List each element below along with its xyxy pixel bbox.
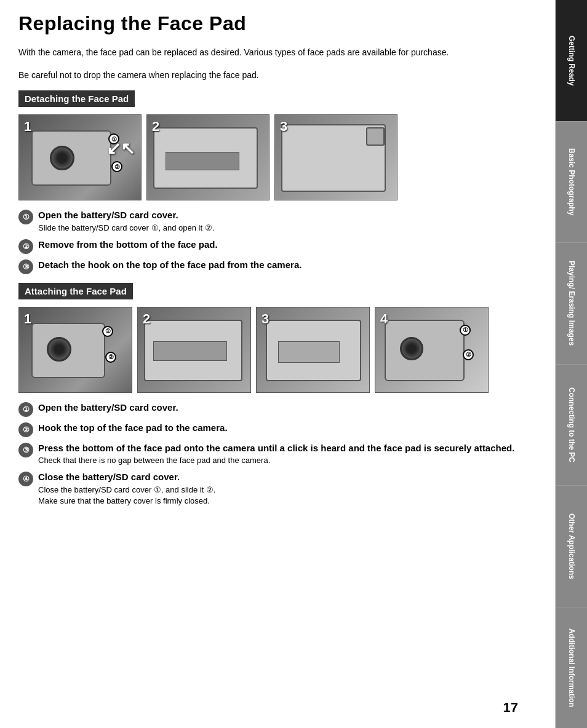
- attach-step-4-sub: Close the battery/SD card cover ①, and s…: [38, 485, 537, 507]
- detach-step-2-bold: Remove from the bottom of the face pad.: [38, 239, 537, 251]
- attach-cam1-lens: [47, 337, 71, 362]
- sidebar-tab-other-applications-label: Other Applications: [567, 513, 576, 579]
- detach-step-3-text: Detach the hook on the top of the face p…: [38, 259, 537, 271]
- attach-section-header: Attaching the Face Pad: [18, 283, 133, 299]
- attach-image-2: 2: [137, 307, 251, 393]
- sidebar: Getting Ready Basic Photography Playing/…: [555, 0, 587, 728]
- sidebar-tab-additional-info[interactable]: Additional Information: [556, 607, 587, 729]
- attach-step-1-bold: Open the battery/SD card cover.: [38, 402, 537, 414]
- attach-img4-sim: ① ②: [375, 307, 488, 392]
- attach-img4-stepnum: 4: [380, 311, 388, 327]
- attach-step-2: ② Hook the top of the face pad to the ca…: [18, 422, 537, 437]
- attach-steps: ① Open the battery/SD card cover. ② Hook…: [18, 402, 537, 507]
- attach-step-2-bold: Hook the top of the face pad to the came…: [38, 422, 537, 434]
- page-number: 17: [503, 700, 518, 716]
- detach-step-3: ③ Detach the hook on the top of the face…: [18, 259, 537, 274]
- sidebar-tab-basic-photography[interactable]: Basic Photography: [556, 122, 587, 243]
- cam2-slot: [166, 152, 239, 170]
- detach-section: Detaching the Face Pad 1 ① ② ↙↖ 2: [18, 90, 537, 274]
- intro-para-1: With the camera, the face pad can be rep…: [18, 46, 537, 59]
- attach-img1-sim: ① ②: [19, 307, 132, 392]
- attach-cam3-slot: [278, 341, 340, 363]
- attach-images-row: 1 ① ② 2 3: [18, 307, 537, 393]
- detach-images-row: 1 ① ② ↙↖ 2 3: [18, 114, 537, 200]
- sidebar-tab-other-applications[interactable]: Other Applications: [556, 486, 587, 607]
- attach-circle-1: ①: [102, 326, 113, 337]
- sidebar-tab-playing-erasing-label: Playing/ Erasing Images: [567, 261, 576, 346]
- attach-step-4-bold: Close the battery/SD card cover.: [38, 471, 537, 483]
- detach-img1-stepnum: 1: [24, 119, 31, 135]
- detach-step-2-text: Remove from the bottom of the face pad.: [38, 239, 537, 251]
- detach-step-1: ① Open the battery/SD card cover. Slide …: [18, 209, 537, 234]
- attach-step-4-text: Close the battery/SD card cover. Close t…: [38, 471, 537, 507]
- detach-step-1-bold: Open the battery/SD card cover.: [38, 209, 537, 221]
- main-content: Replacing the Face Pad With the camera, …: [0, 0, 555, 728]
- attach-step-2-text: Hook the top of the face pad to the came…: [38, 422, 537, 434]
- detach-step-2: ② Remove from the bottom of the face pad…: [18, 239, 537, 254]
- attach-step-1-circle: ①: [18, 402, 33, 417]
- sidebar-tab-connecting-pc-label: Connecting to the PC: [567, 387, 576, 462]
- detach-img2-stepnum: 2: [152, 119, 159, 135]
- attach-img3-sim: [257, 307, 369, 392]
- attach-cam4-body: [385, 320, 465, 381]
- circle-1: ①: [108, 133, 119, 144]
- attach4-circle-1: ①: [460, 325, 471, 336]
- page-title: Replacing the Face Pad: [18, 12, 537, 35]
- detach-steps: ① Open the battery/SD card cover. Slide …: [18, 209, 537, 274]
- attach-image-4: 4 ① ②: [375, 307, 489, 393]
- cam-lens: [50, 146, 74, 170]
- detach-step-1-sub: Slide the battery/SD card cover ①, and o…: [38, 223, 537, 234]
- attach-step-1-text: Open the battery/SD card cover.: [38, 402, 537, 414]
- detach-img1-sim: ① ② ↙↖: [19, 115, 141, 200]
- attach-step-3: ③ Press the bottom of the face pad onto …: [18, 442, 537, 467]
- attach-step-2-circle: ②: [18, 422, 33, 437]
- detach-img2-sim: [147, 115, 269, 200]
- attach-img3-stepnum: 3: [262, 311, 269, 327]
- sidebar-tab-connecting-pc[interactable]: Connecting to the PC: [556, 365, 587, 486]
- attach-image-3: 3: [256, 307, 370, 393]
- circle-2: ②: [111, 161, 122, 172]
- attach-circle-2: ②: [105, 352, 116, 363]
- detach-step-1-circle: ①: [18, 210, 33, 224]
- attach-img1-stepnum: 1: [24, 311, 31, 327]
- sidebar-tab-getting-ready-label: Getting Ready: [567, 36, 576, 85]
- attach-img2-sim: [138, 307, 250, 392]
- detach-step-1-text: Open the battery/SD card cover. Slide th…: [38, 209, 537, 234]
- attach-section: Attaching the Face Pad 1 ① ② 2: [18, 283, 537, 507]
- detach-section-header: Detaching the Face Pad: [18, 90, 135, 107]
- attach-step-1: ① Open the battery/SD card cover.: [18, 402, 537, 417]
- attach-step-4-circle: ④: [18, 472, 33, 486]
- detach-image-2: 2: [146, 114, 270, 200]
- detach-step-3-circle: ③: [18, 259, 33, 274]
- detach-img3-stepnum: 3: [280, 119, 287, 135]
- attach-cam2-pad: [153, 341, 227, 361]
- attach-step-3-text: Press the bottom of the face pad onto th…: [38, 442, 537, 467]
- intro-para-2: Be careful not to drop the camera when r…: [18, 69, 537, 82]
- detach-step-3-bold: Detach the hook on the top of the face p…: [38, 259, 537, 271]
- attach-img2-stepnum: 2: [143, 311, 150, 327]
- attach-cam4-lens: [400, 337, 423, 360]
- cam3-hook: [366, 127, 385, 146]
- detach-step-2-circle: ②: [18, 239, 33, 254]
- detach-img3-sim: [275, 115, 397, 200]
- sidebar-tab-basic-photography-label: Basic Photography: [567, 148, 576, 215]
- attach-step-3-circle: ③: [18, 443, 33, 457]
- sidebar-tab-playing-erasing[interactable]: Playing/ Erasing Images: [556, 243, 587, 365]
- attach-step-3-bold: Press the bottom of the face pad onto th…: [38, 442, 537, 454]
- detach-image-3: 3: [274, 114, 397, 200]
- detach-image-1: 1 ① ② ↙↖: [18, 114, 142, 200]
- attach-step-4: ④ Close the battery/SD card cover. Close…: [18, 471, 537, 507]
- attach4-circle-2: ②: [463, 349, 474, 360]
- sidebar-tab-getting-ready[interactable]: Getting Ready: [556, 0, 587, 122]
- sidebar-tab-additional-info-label: Additional Information: [567, 628, 576, 707]
- attach-image-1: 1 ① ②: [18, 307, 132, 393]
- attach-step-3-sub: Check that there is no gap between the f…: [38, 455, 537, 466]
